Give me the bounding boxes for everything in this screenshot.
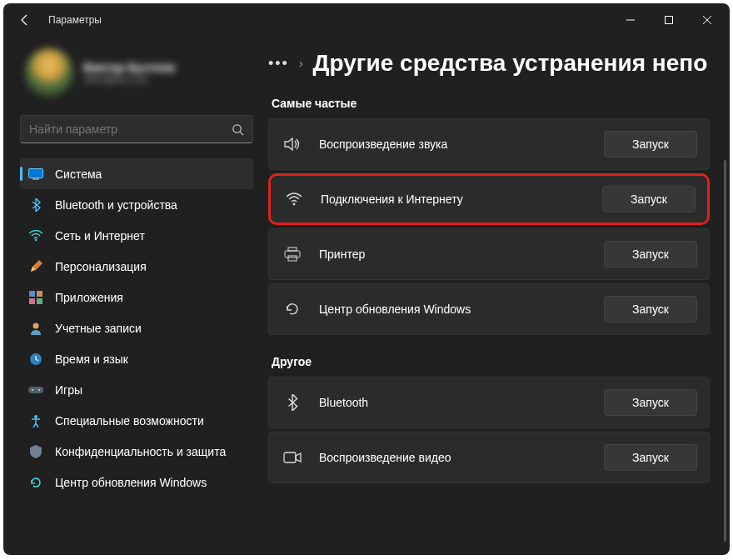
breadcrumb-more[interactable]: ••• <box>268 55 289 72</box>
accessibility-icon <box>28 413 43 428</box>
troubleshooter-update[interactable]: Центр обновления Windows Запуск <box>268 283 710 335</box>
troubleshooter-video[interactable]: Воспроизведение видео Запуск <box>268 432 710 483</box>
window-title: Параметры <box>48 14 102 26</box>
paint-icon <box>28 259 43 274</box>
person-icon <box>28 321 43 336</box>
speaker-icon <box>281 137 304 152</box>
sidebar-item-network[interactable]: Сеть и Интернет <box>20 220 253 251</box>
apps-icon <box>28 290 43 305</box>
main-content: ••• › Другие средства устранения непо Са… <box>260 37 730 555</box>
sidebar-item-label: Сеть и Интернет <box>55 229 145 242</box>
avatar <box>25 48 73 97</box>
section-frequent-head: Самые частые <box>272 97 710 110</box>
shield-icon <box>28 444 43 459</box>
wifi-icon <box>28 228 43 243</box>
troubleshooter-label: Воспроизведение звука <box>319 138 589 151</box>
search-box[interactable] <box>20 115 253 143</box>
svg-rect-20 <box>288 256 297 261</box>
sidebar-item-gaming[interactable]: Игры <box>20 374 253 405</box>
svg-rect-19 <box>285 251 300 258</box>
svg-point-17 <box>293 203 296 206</box>
svg-line-3 <box>240 132 243 135</box>
search-icon <box>232 123 244 136</box>
run-button[interactable]: Запуск <box>604 241 697 268</box>
sidebar-item-label: Центр обновления Windows <box>55 476 207 489</box>
svg-point-14 <box>32 388 33 390</box>
troubleshooter-internet[interactable]: Подключения к Интернету Запуск <box>268 173 710 225</box>
troubleshooter-label: Bluetooth <box>319 396 589 409</box>
maximize-button[interactable] <box>650 7 688 33</box>
titlebar: Параметры <box>3 3 730 37</box>
svg-rect-10 <box>37 298 42 304</box>
svg-rect-18 <box>288 248 297 251</box>
troubleshooter-label: Воспроизведение видео <box>319 451 589 464</box>
sidebar-item-label: Конфиденциальность и защита <box>55 445 226 458</box>
sidebar-item-label: Bluetooth и устройства <box>55 198 177 212</box>
sidebar-item-label: Время и язык <box>55 352 128 366</box>
svg-rect-7 <box>29 291 35 297</box>
content-scroll: Самые частые Воспроизведение звука Запус… <box>260 92 730 555</box>
svg-rect-8 <box>37 291 42 297</box>
user-name: Виктор Бухтеев <box>83 61 175 74</box>
clock-icon <box>28 352 43 367</box>
run-button[interactable]: Запуск <box>604 444 697 471</box>
system-icon <box>28 167 43 182</box>
svg-point-15 <box>38 388 40 390</box>
run-button[interactable]: Запуск <box>602 186 696 212</box>
wifi-icon <box>282 192 306 206</box>
svg-point-6 <box>35 238 37 241</box>
sync-icon <box>281 301 304 318</box>
back-button[interactable] <box>13 8 37 32</box>
sidebar-item-apps[interactable]: Приложения <box>20 282 253 312</box>
svg-point-11 <box>33 322 39 328</box>
close-button[interactable] <box>688 7 726 33</box>
run-button[interactable]: Запуск <box>604 131 697 158</box>
minimize-button[interactable] <box>611 7 650 33</box>
sidebar-item-label: Система <box>55 168 102 181</box>
sidebar-item-bluetooth[interactable]: Bluetooth и устройства <box>20 189 253 220</box>
sidebar-item-accessibility[interactable]: Специальные возможности <box>20 405 253 436</box>
printer-icon <box>281 247 304 262</box>
gaming-icon <box>28 382 43 398</box>
sidebar-item-update[interactable]: Центр обновления Windows <box>20 467 253 498</box>
sidebar-item-time[interactable]: Время и язык <box>20 343 253 374</box>
section-other-head: Другое <box>272 355 710 368</box>
sidebar-item-accounts[interactable]: Учетные записи <box>20 312 253 343</box>
run-button[interactable]: Запуск <box>604 389 697 416</box>
scrollbar[interactable] <box>724 160 726 542</box>
sidebar-item-label: Персонализация <box>55 260 147 273</box>
sidebar-item-personalization[interactable]: Персонализация <box>20 251 253 282</box>
troubleshooter-label: Принтер <box>319 248 589 261</box>
svg-rect-4 <box>29 168 43 178</box>
troubleshooter-label: Центр обновления Windows <box>319 302 589 316</box>
svg-rect-5 <box>32 178 39 180</box>
page-title: Другие средства устранения непо <box>313 50 708 77</box>
breadcrumb: ••• › Другие средства устранения непо <box>260 37 730 92</box>
troubleshooter-audio[interactable]: Воспроизведение звука Запуск <box>268 118 710 170</box>
video-icon <box>281 451 304 464</box>
chevron-right-icon: › <box>299 57 303 70</box>
svg-rect-21 <box>284 452 296 462</box>
run-button[interactable]: Запуск <box>604 296 697 322</box>
troubleshooter-label: Подключения к Интернету <box>321 192 587 206</box>
sidebar-item-label: Игры <box>55 383 82 397</box>
svg-rect-13 <box>28 387 43 393</box>
sidebar-item-label: Приложения <box>55 291 123 304</box>
troubleshooter-bluetooth[interactable]: Bluetooth Запуск <box>268 377 710 428</box>
sidebar-item-label: Специальные возможности <box>55 414 204 428</box>
nav-list: Система Bluetooth и устройства Сеть и Ин… <box>20 158 253 548</box>
bluetooth-icon <box>281 394 304 411</box>
troubleshooter-printer[interactable]: Принтер Запуск <box>268 228 710 280</box>
svg-point-2 <box>233 124 241 132</box>
bluetooth-icon <box>28 198 43 212</box>
search-input[interactable] <box>29 122 232 136</box>
update-icon <box>28 475 43 490</box>
sidebar-item-privacy[interactable]: Конфиденциальность и защита <box>20 436 253 467</box>
sidebar: Виктор Бухтеев viktor@live.com Система B… <box>3 37 260 555</box>
sidebar-item-system[interactable]: Система <box>20 158 253 189</box>
user-account-block[interactable]: Виктор Бухтеев viktor@live.com <box>20 37 253 112</box>
window-controls <box>611 7 726 33</box>
sidebar-item-label: Учетные записи <box>55 322 142 335</box>
settings-window: Параметры Виктор Бухтеев viktor@live.com <box>3 3 730 555</box>
svg-point-16 <box>34 415 37 418</box>
